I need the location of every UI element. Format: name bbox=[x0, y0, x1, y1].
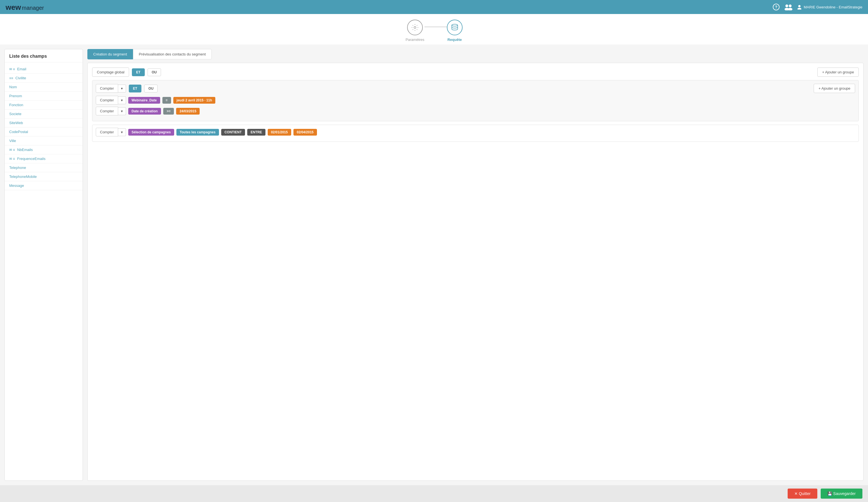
wizard-label-requete: Requête bbox=[447, 38, 462, 42]
main-content: Liste des champs ✉ ≡ Email ≡≡ Civilite N… bbox=[0, 44, 868, 485]
svg-point-12 bbox=[414, 27, 416, 29]
sidebar-item-frequenceemails-label: FrequenceEmails bbox=[17, 156, 45, 161]
svg-text:wew: wew bbox=[6, 3, 21, 11]
sidebar-item-telephone[interactable]: Telephone bbox=[5, 163, 83, 172]
sidebar-item-ville-label: Ville bbox=[9, 139, 16, 143]
sidebar-item-frequenceemails[interactable]: ✉ ≡ FrequenceEmails bbox=[5, 154, 83, 163]
wizard: Paramètres Requête bbox=[0, 14, 868, 44]
group1-compter-main[interactable]: Compter bbox=[96, 84, 118, 93]
cond2-operator-tag: >= bbox=[163, 108, 174, 115]
sidebar-item-telephonemobile-label: TelephoneMobile bbox=[9, 175, 37, 179]
condition-row-2: Compter ▼ Date de création >= 24/03/2015 bbox=[96, 107, 855, 115]
comptage-global-button[interactable]: Comptage global bbox=[92, 68, 129, 77]
sidebar-item-telephonemobile[interactable]: TelephoneMobile bbox=[5, 172, 83, 181]
header: wew manager ? bbox=[0, 0, 868, 14]
standalone-value-tag2: CONTIENT bbox=[221, 129, 245, 136]
sidebar-item-codepostal-label: CodePostal bbox=[9, 130, 28, 134]
global-count-row: Comptage global ET OU + Ajouter un group… bbox=[92, 68, 859, 77]
sidebar-item-codepostal[interactable]: CodePostal bbox=[5, 127, 83, 136]
svg-rect-3 bbox=[22, 4, 44, 5]
standalone-compter-main[interactable]: Compter bbox=[96, 128, 118, 136]
group1-add-group-button[interactable]: + Ajouter un groupe bbox=[814, 84, 855, 93]
group1-compter-dropdown[interactable]: ▼ bbox=[118, 85, 126, 92]
standalone-field-tag: Sélection de campagnes bbox=[128, 129, 174, 136]
svg-rect-2 bbox=[22, 3, 44, 4]
tab-previsualisation[interactable]: Prévisualisation des contacts du segment bbox=[133, 49, 212, 59]
standalone-condition: Compter ▼ Sélection de campagnes Toutes … bbox=[92, 125, 859, 142]
group-1-header: Compter ▼ ET OU + Ajouter un groupe bbox=[96, 84, 855, 93]
wizard-label-parametres: Paramètres bbox=[405, 38, 424, 42]
condition-row-1: Compter ▼ Webinaire_Date = jeudi 2 avril… bbox=[96, 96, 855, 104]
user-avatar-icon bbox=[797, 4, 802, 10]
sidebar-item-nbemails[interactable]: ✉ ≡ NbEmails bbox=[5, 145, 83, 154]
standalone-compter-dropdown[interactable]: ▼ bbox=[118, 128, 126, 136]
global-add-group-button[interactable]: + Ajouter un groupe bbox=[817, 68, 859, 77]
sidebar-item-prenom[interactable]: Prenom bbox=[5, 92, 83, 101]
sidebar-item-fonction-label: Fonction bbox=[9, 103, 23, 107]
sidebar-item-ville[interactable]: Ville bbox=[5, 136, 83, 145]
user-info: MARIE Gwendoline - EmailStrategie bbox=[797, 4, 862, 10]
logo: wew manager bbox=[6, 2, 45, 12]
sidebar-item-societe[interactable]: Societe bbox=[5, 110, 83, 119]
sidebar-title: Liste des champs bbox=[5, 54, 83, 62]
civilite-field-icon: ≡≡ bbox=[9, 76, 13, 80]
sidebar-item-prenom-label: Prenom bbox=[9, 94, 22, 98]
sidebar-item-message-label: Message bbox=[9, 184, 24, 188]
cond1-compter-btn: Compter ▼ bbox=[96, 96, 126, 104]
cond2-compter-main[interactable]: Compter bbox=[96, 107, 118, 115]
wizard-step-parametres[interactable]: Paramètres bbox=[405, 20, 424, 42]
group1-et-button[interactable]: ET bbox=[129, 85, 142, 92]
footer: ✕ Quitter 💾 Sauvegarder bbox=[0, 485, 868, 502]
group-1: Compter ▼ ET OU + Ajouter un groupe Comp… bbox=[92, 80, 859, 121]
svg-point-7 bbox=[789, 4, 792, 7]
sidebar-item-nom-label: Nom bbox=[9, 85, 17, 89]
sidebar-item-message[interactable]: Message bbox=[5, 181, 83, 190]
email-field-icon: ✉ ≡ bbox=[9, 67, 15, 71]
svg-point-13 bbox=[452, 24, 457, 26]
sidebar-item-nom[interactable]: Nom bbox=[5, 83, 83, 92]
wizard-step-requete[interactable]: Requête bbox=[447, 20, 463, 42]
standalone-value-tag5: 02/04/2015 bbox=[293, 129, 317, 136]
nbemails-field-icon: ✉ ≡ bbox=[9, 148, 15, 152]
frequenceemails-field-icon: ✉ ≡ bbox=[9, 157, 15, 161]
cond2-compter-dropdown[interactable]: ▼ bbox=[118, 107, 126, 115]
header-right: ? MARIE Gwendoline - EmailStrategie bbox=[772, 3, 862, 11]
tabs: Création du segment Prévisualisation des… bbox=[87, 49, 864, 59]
help-icon[interactable]: ? bbox=[772, 3, 780, 11]
cond2-compter-btn: Compter ▼ bbox=[96, 107, 126, 115]
tab-creation-segment[interactable]: Création du segment bbox=[87, 49, 133, 59]
sidebar-item-siteweb-label: SiteWeb bbox=[9, 121, 23, 125]
cond1-value-tag: jeudi 2 avril 2015 · 11h bbox=[173, 97, 216, 104]
standalone-value-tag1: Toutes les campagnes bbox=[176, 129, 219, 136]
cond1-field-tag: Webinaire_Date bbox=[128, 97, 160, 104]
cond1-compter-dropdown[interactable]: ▼ bbox=[118, 96, 126, 104]
save-button[interactable]: 💾 Sauvegarder bbox=[821, 489, 862, 499]
cond2-value-tag: 24/03/2015 bbox=[176, 108, 200, 115]
standalone-value-tag3: ENTRE bbox=[247, 129, 266, 136]
cond2-field-tag: Date de création bbox=[128, 108, 161, 115]
cond1-compter-main[interactable]: Compter bbox=[96, 96, 118, 104]
right-panel: Création du segment Prévisualisation des… bbox=[87, 49, 864, 481]
standalone-condition-row: Compter ▼ Sélection de campagnes Toutes … bbox=[96, 128, 855, 136]
sidebar-item-fonction[interactable]: Fonction bbox=[5, 101, 83, 110]
sidebar-item-telephone-label: Telephone bbox=[9, 166, 26, 170]
sidebar-item-email-label: Email bbox=[17, 67, 26, 71]
cond1-operator-tag: = bbox=[162, 97, 171, 104]
wizard-connector bbox=[424, 27, 447, 27]
wizard-circle-requete bbox=[447, 20, 463, 35]
logo-svg: wew manager bbox=[6, 2, 45, 12]
content-area: Comptage global ET OU + Ajouter un group… bbox=[87, 63, 864, 481]
global-et-button[interactable]: ET bbox=[132, 68, 144, 76]
svg-text:?: ? bbox=[775, 5, 777, 9]
users-icon[interactable] bbox=[785, 3, 793, 11]
quit-button[interactable]: ✕ Quitter bbox=[788, 489, 817, 499]
sidebar-item-nbemails-label: NbEmails bbox=[17, 147, 33, 152]
wizard-circle-parametres bbox=[407, 20, 423, 35]
sidebar-item-siteweb[interactable]: SiteWeb bbox=[5, 119, 83, 127]
svg-point-10 bbox=[798, 5, 800, 7]
sidebar: Liste des champs ✉ ≡ Email ≡≡ Civilite N… bbox=[4, 49, 83, 481]
global-ou-button[interactable]: OU bbox=[147, 68, 161, 76]
sidebar-item-civilite[interactable]: ≡≡ Civilite bbox=[5, 74, 83, 83]
sidebar-item-email[interactable]: ✉ ≡ Email bbox=[5, 65, 83, 74]
group1-ou-button[interactable]: OU bbox=[144, 85, 158, 92]
